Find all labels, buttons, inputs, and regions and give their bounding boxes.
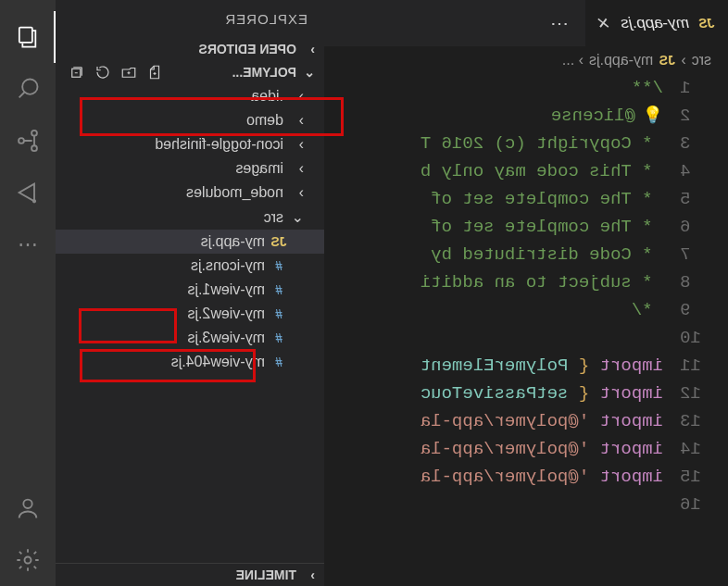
close-icon[interactable]: ✕ bbox=[598, 14, 611, 33]
svg-line-2 bbox=[19, 93, 25, 98]
chevron-icon: › bbox=[289, 184, 304, 201]
code-editor[interactable]: 12345678910111213141516 /**💡@license * C… bbox=[324, 74, 728, 586]
file-item[interactable]: JSmy-app.js bbox=[56, 230, 324, 254]
chevron-right-icon: › bbox=[300, 42, 315, 56]
timeline-header[interactable]: › TIMELINE bbox=[56, 563, 324, 586]
explorer-icon[interactable] bbox=[0, 11, 56, 63]
refresh-icon[interactable] bbox=[94, 64, 111, 81]
chevron-down-icon: ⌄ bbox=[300, 65, 315, 80]
item-label: .idea bbox=[251, 88, 283, 105]
project-header[interactable]: ⌄ POLYME... bbox=[56, 60, 324, 84]
svg-rect-0 bbox=[19, 28, 32, 43]
item-label: node_modules bbox=[186, 184, 283, 201]
tab-bar: JS my-app.js ✕ ⋯ bbox=[324, 0, 728, 46]
chevron-icon: › bbox=[289, 88, 304, 105]
chevron-icon: › bbox=[289, 112, 304, 129]
item-label: src bbox=[264, 209, 283, 226]
svg-point-8 bbox=[23, 500, 31, 508]
file-item[interactable]: #my-view404.js bbox=[56, 350, 324, 374]
item-label: demo bbox=[246, 112, 283, 129]
new-folder-icon[interactable] bbox=[120, 64, 137, 81]
more-actions-icon[interactable]: ⋯ bbox=[0, 218, 56, 270]
svg-marker-6 bbox=[19, 184, 34, 202]
item-label: my-icons.js bbox=[191, 257, 265, 274]
item-label: images bbox=[235, 160, 283, 177]
js-file-icon: JS bbox=[659, 53, 675, 68]
file-tree: ›.idea›demo›icon-toggle-finished›images›… bbox=[56, 84, 324, 563]
folder-item[interactable]: ›node_modules bbox=[56, 181, 324, 205]
search-icon[interactable] bbox=[0, 63, 56, 115]
item-label: my-view404.js bbox=[171, 354, 265, 370]
line-gutter: 12345678910111213141516 bbox=[663, 74, 728, 586]
account-icon[interactable] bbox=[0, 482, 56, 534]
item-label: my-view1.js bbox=[187, 281, 265, 298]
tab-label: my-app.js bbox=[621, 14, 689, 32]
file-item[interactable]: #my-icons.js bbox=[56, 254, 324, 278]
chevron-right-icon: › bbox=[300, 567, 315, 582]
svg-point-4 bbox=[31, 145, 37, 151]
folder-item[interactable]: ›icon-toggle-finished bbox=[56, 132, 324, 156]
hash-file-icon: # bbox=[270, 258, 287, 273]
settings-gear-icon[interactable] bbox=[0, 534, 56, 586]
code-content[interactable]: /**💡@license * Copyright (c) 2016 T * Th… bbox=[324, 74, 663, 586]
file-item[interactable]: #my-view3.js bbox=[56, 326, 324, 350]
file-item[interactable]: #my-view2.js bbox=[56, 302, 324, 326]
tab-overflow-icon[interactable]: ⋯ bbox=[533, 0, 585, 46]
svg-point-3 bbox=[31, 131, 37, 136]
svg-point-1 bbox=[22, 80, 37, 94]
folder-item[interactable]: ›demo bbox=[56, 108, 324, 132]
activity-bar: ⋯ bbox=[0, 0, 56, 586]
editor-tab[interactable]: JS my-app.js ✕ bbox=[585, 0, 728, 46]
item-label: my-view3.js bbox=[187, 330, 265, 346]
folder-item[interactable]: ›.idea bbox=[56, 84, 324, 108]
chevron-icon: ⌄ bbox=[289, 208, 304, 226]
lightbulb-icon[interactable]: 💡 bbox=[635, 106, 663, 125]
new-file-icon[interactable] bbox=[146, 64, 163, 81]
source-control-icon[interactable] bbox=[0, 115, 56, 167]
hash-file-icon: # bbox=[270, 330, 287, 345]
js-file-icon: JS bbox=[270, 234, 287, 249]
open-editors-header[interactable]: › OPEN EDITORS bbox=[56, 38, 324, 60]
run-debug-icon[interactable] bbox=[0, 167, 56, 218]
collapse-all-icon[interactable] bbox=[69, 64, 85, 81]
folder-item[interactable]: ⌄src bbox=[56, 205, 324, 230]
chevron-icon: › bbox=[289, 136, 304, 153]
file-item[interactable]: #my-view1.js bbox=[56, 278, 324, 302]
editor-area: JS my-app.js ✕ ⋯ src › JS my-app.js › ..… bbox=[324, 0, 728, 586]
item-label: icon-toggle-finished bbox=[155, 136, 283, 153]
folder-item[interactable]: ›images bbox=[56, 156, 324, 181]
item-label: my-view2.js bbox=[187, 305, 265, 322]
js-file-icon: JS bbox=[698, 16, 715, 31]
sidebar-title: EXPLORER bbox=[56, 0, 324, 38]
hash-file-icon: # bbox=[270, 306, 287, 321]
breadcrumb[interactable]: src › JS my-app.js › ... bbox=[324, 46, 728, 74]
hash-file-icon: # bbox=[270, 355, 287, 369]
svg-point-9 bbox=[25, 557, 31, 564]
hash-file-icon: # bbox=[270, 282, 287, 297]
svg-point-5 bbox=[19, 138, 24, 143]
explorer-sidebar: EXPLORER › OPEN EDITORS ⌄ POLYME... ›.id… bbox=[56, 0, 324, 586]
svg-point-7 bbox=[33, 200, 35, 202]
item-label: my-app.js bbox=[201, 233, 265, 250]
chevron-icon: › bbox=[289, 160, 304, 177]
